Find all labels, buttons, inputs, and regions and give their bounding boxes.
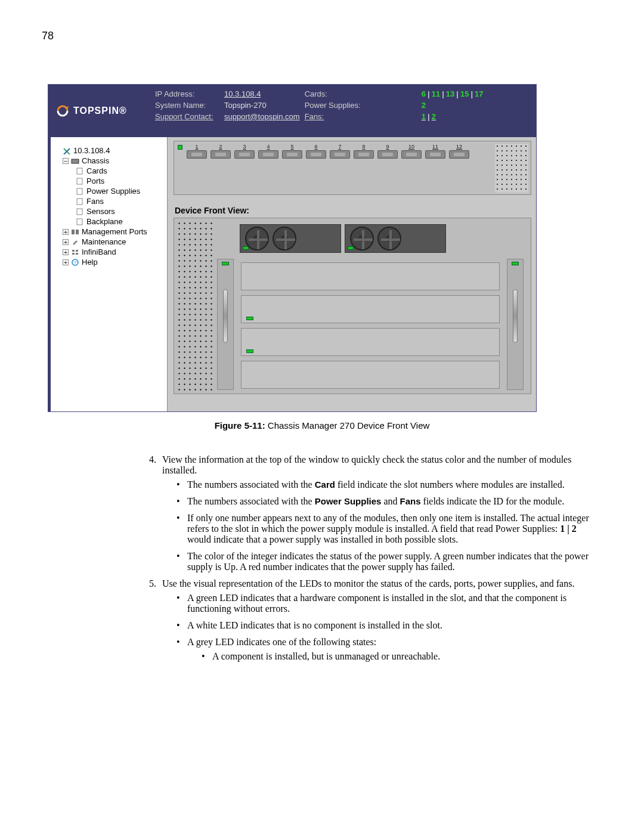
expand-icon[interactable]: + xyxy=(63,239,69,245)
slot[interactable]: 11 xyxy=(425,144,446,159)
tree-help[interactable]: +?Help xyxy=(54,257,165,267)
list-item: A grey LED indicates one of the followin… xyxy=(177,637,596,662)
vent-grid-icon xyxy=(495,144,528,193)
list-item: View the information at the top of the w… xyxy=(159,454,596,572)
figure-caption: Figure 5-11: Chassis Manager 270 Device … xyxy=(42,420,602,431)
slot[interactable]: 6 xyxy=(305,144,327,159)
handle-icon xyxy=(223,289,228,343)
tree-fans[interactable]: Fans xyxy=(54,196,165,206)
svg-rect-2 xyxy=(72,159,79,163)
fan-module[interactable] xyxy=(240,224,341,253)
sysname-value: Topspin-270 xyxy=(224,101,267,110)
header-info-left: IP Address: 10.3.108.4 System Name: Tops… xyxy=(153,85,302,137)
slot[interactable]: 4 xyxy=(258,144,279,159)
list-item: A white LED indicates that is no compone… xyxy=(177,620,596,631)
list-item: If only one number appears next to any o… xyxy=(177,513,596,545)
slot[interactable]: 9 xyxy=(377,144,398,159)
slot[interactable]: 3 xyxy=(234,144,255,159)
handle-icon xyxy=(513,289,518,343)
blade-slot[interactable] xyxy=(241,328,500,356)
cards-values: 6| 11| 13| 15| 17 xyxy=(422,89,534,98)
list-item: The numbers associated with the Card fie… xyxy=(177,479,596,490)
fan-icon xyxy=(350,227,374,250)
slot[interactable]: 12 xyxy=(448,144,470,159)
status-led-icon xyxy=(243,246,249,250)
ip-value[interactable]: 10.3.108.4 xyxy=(224,89,261,98)
list-item: A component is installed, but is unmanag… xyxy=(202,651,596,662)
svg-rect-14 xyxy=(76,253,78,255)
tree-maintenance[interactable]: +Maintenance xyxy=(54,237,165,247)
fan-icon xyxy=(377,227,401,250)
wrench-icon xyxy=(71,239,79,246)
brand-logo: TOPSPIN® xyxy=(48,85,153,137)
power-supply[interactable] xyxy=(217,259,234,390)
nav-tree: 10.3.108.4 −Chassis Cards Ports Power Su… xyxy=(48,137,168,411)
tree-cards[interactable]: Cards xyxy=(54,166,165,176)
vent-grid-icon xyxy=(177,221,212,392)
slot[interactable]: 8 xyxy=(353,144,374,159)
slot[interactable]: 2 xyxy=(210,144,231,159)
svg-rect-4 xyxy=(77,178,82,184)
help-icon: ? xyxy=(71,259,79,266)
blade-stack xyxy=(241,262,500,389)
tree-power-supplies[interactable]: Power Supplies xyxy=(54,186,165,196)
fan-row xyxy=(240,222,507,255)
svg-rect-12 xyxy=(76,250,78,252)
page-icon xyxy=(76,218,84,225)
brand-text: TOPSPIN® xyxy=(73,106,127,116)
page-icon xyxy=(76,198,84,205)
page-icon xyxy=(76,178,84,185)
svg-rect-5 xyxy=(77,188,82,194)
diagram-panel: 1 2 3 4 5 6 7 8 9 10 11 12 Device Front … xyxy=(168,137,536,411)
fan-module[interactable] xyxy=(345,224,446,253)
expand-icon[interactable]: + xyxy=(63,249,69,255)
svg-rect-9 xyxy=(72,230,75,234)
topspin-icon xyxy=(55,104,70,118)
slot[interactable]: 7 xyxy=(329,144,351,159)
tree-root[interactable]: 10.3.108.4 xyxy=(54,145,165,156)
status-led-icon xyxy=(348,246,354,250)
collapse-icon[interactable]: − xyxy=(63,158,69,164)
slot[interactable]: 10 xyxy=(401,144,422,159)
header-info-right: 6| 11| 13| 15| 17 2 1| 2 xyxy=(419,85,536,137)
list-item: The color of the integer indicates the s… xyxy=(177,551,596,572)
ps-value: 2 xyxy=(422,101,534,110)
sysname-label: System Name: xyxy=(155,101,221,110)
ip-label: IP Address: xyxy=(155,89,221,98)
tree-infiniband[interactable]: +InfiniBand xyxy=(54,247,165,257)
tree-chassis[interactable]: −Chassis xyxy=(54,156,165,166)
svg-text:?: ? xyxy=(74,260,77,265)
list-item: A green LED indicates that a hardware co… xyxy=(177,593,596,614)
ps-label: Power Supplies: xyxy=(305,101,346,110)
status-led-icon xyxy=(178,145,182,150)
list-item: The numbers associated with the Power Su… xyxy=(177,496,596,507)
svg-rect-6 xyxy=(77,199,82,205)
tree-sensors[interactable]: Sensors xyxy=(54,206,165,216)
document-body: View the information at the top of the w… xyxy=(143,454,596,662)
svg-rect-3 xyxy=(77,168,82,174)
fan-icon xyxy=(273,227,296,250)
tree-mgmt-ports[interactable]: +Management Ports xyxy=(54,227,165,237)
status-led-icon xyxy=(246,349,253,353)
blade-slot[interactable] xyxy=(241,295,500,323)
slot[interactable]: 1 xyxy=(186,144,208,159)
svg-rect-10 xyxy=(76,230,79,234)
support-value[interactable]: support@topspin.com xyxy=(224,112,300,121)
slot[interactable]: 5 xyxy=(281,144,303,159)
device-front-view xyxy=(174,218,531,394)
ports-icon xyxy=(71,228,79,236)
app-header: TOPSPIN® IP Address: 10.3.108.4 System N… xyxy=(48,85,536,137)
status-led-icon xyxy=(512,262,519,265)
blade-slot[interactable] xyxy=(241,361,500,389)
node-icon xyxy=(63,147,71,154)
rear-slot-row: 1 2 3 4 5 6 7 8 9 10 11 12 xyxy=(174,141,531,195)
power-supply[interactable] xyxy=(507,259,524,390)
fan-icon xyxy=(245,227,269,250)
status-led-icon xyxy=(246,317,253,320)
expand-icon[interactable]: + xyxy=(63,259,69,265)
expand-icon[interactable]: + xyxy=(63,229,69,235)
list-item: Use the visual representation of the LED… xyxy=(159,578,596,662)
tree-ports[interactable]: Ports xyxy=(54,176,165,186)
tree-backplane[interactable]: Backplane xyxy=(54,216,165,227)
blade-slot[interactable] xyxy=(241,262,500,290)
